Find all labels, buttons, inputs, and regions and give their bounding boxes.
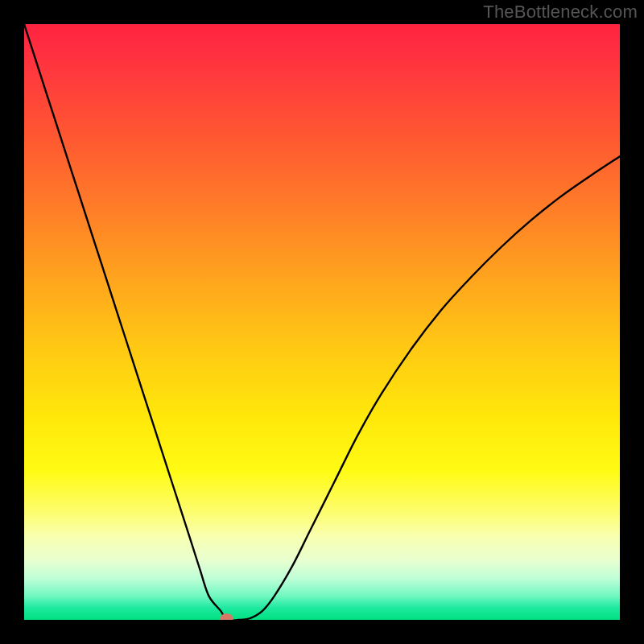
bottleneck-curve-path — [24, 24, 620, 620]
curve-svg — [24, 24, 620, 620]
attribution-text: TheBottleneck.com — [483, 2, 638, 23]
plot-area — [24, 24, 620, 620]
chart-container: TheBottleneck.com — [0, 0, 644, 644]
